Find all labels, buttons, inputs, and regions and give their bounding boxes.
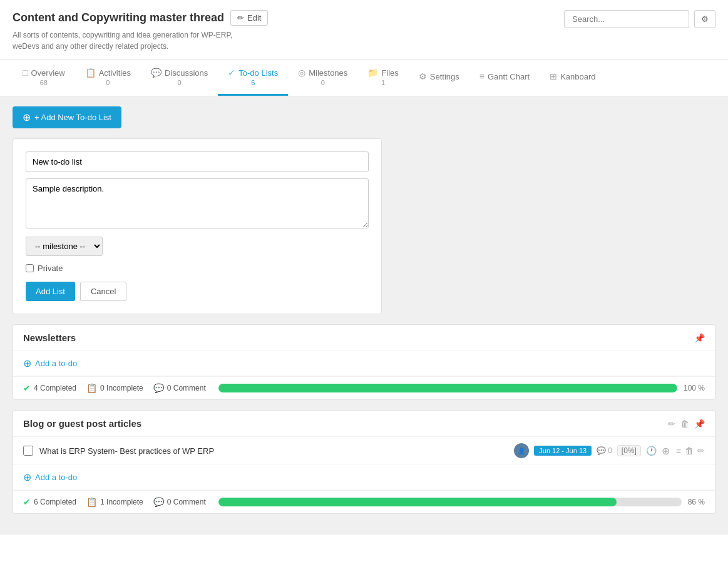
todo-progress-badge: [0%] (617, 445, 641, 456)
blog-progress-pct: 86 % (688, 498, 705, 506)
blog-incomplete-clipboard-icon: 📋 (86, 497, 97, 507)
tab-kanboard[interactable]: ⊞ Kanboard (540, 64, 605, 92)
blog-articles-section: Blog or guest post articles ✏ 🗑 📌 What i… (13, 410, 715, 514)
comment-stat: 💬 0 Comment (153, 383, 206, 393)
todo-delete-icon[interactable]: 🗑 (685, 446, 694, 456)
settings-icon: ⚙ (419, 71, 427, 81)
blog-articles-title: Blog or guest post articles (23, 418, 141, 429)
project-title: Content and Copywriting master thread (13, 11, 224, 24)
activities-icon: 📋 (85, 68, 96, 78)
plus-circle-icon: ⊕ (23, 111, 31, 123)
blog-articles-footer: ✔ 6 Completed 📋 1 Incomplete 💬 0 Comment (13, 490, 715, 513)
cancel-button[interactable]: Cancel (80, 282, 126, 301)
header-right: ⚙ (564, 10, 715, 28)
blog-incomplete-stat: 📋 1 Incomplete (86, 497, 143, 507)
todo-item-checkbox[interactable] (23, 446, 33, 456)
tab-todo-lists[interactable]: ✓ To-do Lists 6 (218, 60, 288, 96)
comment-bubble-icon: 💬 (153, 383, 164, 393)
tab-discussions[interactable]: 💬 Discussions 0 (141, 60, 218, 96)
nav-tabs: □ Overview 68 📋 Activities 0 💬 Discussio… (0, 60, 728, 96)
todo-comment-count: 💬 0 (597, 446, 612, 455)
todo-form-card: Sample description. -- milestone -- Priv… (13, 138, 382, 314)
blog-progress-bar-fill (218, 498, 617, 506)
todo-list-title-input[interactable] (26, 151, 369, 172)
search-input[interactable] (564, 10, 689, 28)
milestones-icon: ◎ (298, 68, 305, 78)
comment-icon-small: 💬 (597, 446, 606, 455)
todo-item-label: What is ERP System- Best practices of WP… (39, 446, 508, 456)
pin-icon[interactable]: 📌 (694, 333, 705, 343)
form-actions: Add List Cancel (26, 282, 369, 301)
kanboard-icon: ⊞ (550, 71, 557, 81)
edit-icon: ✏ (237, 13, 244, 23)
edit-button[interactable]: ✏ Edit (230, 10, 268, 26)
todo-menu-icon[interactable]: ≡ (676, 446, 681, 456)
settings-gear-button[interactable]: ⚙ (694, 10, 715, 28)
blog-completed-check-icon: ✔ (23, 497, 31, 507)
main-content: ⊕ + Add New To-do List Sample descriptio… (0, 96, 728, 535)
incomplete-stat: 📋 0 Incomplete (86, 383, 143, 393)
files-icon: 📁 (367, 68, 378, 78)
blog-articles-actions: ✏ 🗑 📌 (668, 419, 705, 429)
newsletters-footer: ✔ 4 Completed 📋 0 Incomplete 💬 0 Comment (13, 376, 715, 399)
discussions-icon: 💬 (151, 68, 161, 78)
add-circle-icon-2: ⊕ (23, 471, 31, 483)
pin-section-icon[interactable]: 📌 (694, 419, 705, 429)
newsletters-progress-bar-fill (218, 384, 677, 392)
newsletters-progress: 100 % (218, 384, 705, 392)
date-badge: Jun 12 - Jun 13 (534, 446, 592, 456)
blog-add-todo-link[interactable]: ⊕ Add a to-do (13, 465, 715, 490)
delete-section-icon[interactable]: 🗑 (680, 419, 689, 429)
todo-edit-icon[interactable]: ✏ (697, 446, 705, 456)
project-header: Content and Copywriting master thread ✏ … (0, 0, 728, 60)
add-list-button[interactable]: Add List (26, 282, 75, 301)
avatar: 👤 (514, 443, 529, 458)
newsletters-progress-pct: 100 % (684, 384, 705, 392)
blog-progress-bar-bg (218, 498, 682, 506)
newsletters-add-todo-link[interactable]: ⊕ Add a to-do (13, 351, 715, 376)
blog-articles-progress: 86 % (218, 498, 705, 506)
blog-comment-bubble-icon: 💬 (153, 497, 164, 507)
add-new-todo-list-button[interactable]: ⊕ + Add New To-do List (13, 106, 121, 128)
milestone-select[interactable]: -- milestone -- (26, 237, 103, 256)
project-description: All sorts of contents, copywriting and i… (13, 29, 268, 52)
tab-settings[interactable]: ⚙ Settings (409, 64, 469, 92)
add-icon[interactable]: ⊕ (662, 445, 670, 457)
todo-list-description-input[interactable]: Sample description. (26, 178, 369, 228)
tab-overview[interactable]: □ Overview 68 (13, 60, 75, 96)
newsletters-title: Newsletters (23, 332, 76, 343)
tab-milestones[interactable]: ◎ Milestones 0 (288, 60, 357, 96)
newsletters-progress-bar-bg (218, 384, 677, 392)
blog-completed-stat: ✔ 6 Completed (23, 497, 76, 507)
todo-item: What is ERP System- Best practices of WP… (13, 437, 715, 465)
todo-item-actions: ≡ 🗑 ✏ (676, 446, 705, 456)
todo-item-meta: 👤 Jun 12 - Jun 13 💬 0 [0%] 🕐 ⊕ (514, 443, 670, 458)
private-checkbox-row: Private (26, 264, 369, 273)
gear-icon: ⚙ (701, 14, 709, 24)
blog-articles-stats: ✔ 6 Completed 📋 1 Incomplete 💬 0 Comment (23, 497, 206, 507)
newsletters-actions: 📌 (694, 333, 705, 343)
private-label[interactable]: Private (38, 264, 63, 273)
add-circle-icon: ⊕ (23, 357, 31, 369)
tab-files[interactable]: 📁 Files 1 (357, 60, 408, 96)
clock-icon[interactable]: 🕐 (646, 446, 657, 456)
gantt-icon: ≡ (479, 71, 484, 81)
blog-comment-stat: 💬 0 Comment (153, 497, 206, 507)
completed-stat: ✔ 4 Completed (23, 383, 76, 393)
newsletters-section-header: Newsletters 📌 (13, 325, 715, 351)
completed-check-icon: ✔ (23, 383, 31, 393)
blog-articles-section-header: Blog or guest post articles ✏ 🗑 📌 (13, 411, 715, 437)
tab-activities[interactable]: 📋 Activities 0 (75, 60, 141, 96)
tab-gantt[interactable]: ≡ Gantt Chart (469, 64, 540, 92)
overview-icon: □ (23, 68, 28, 78)
edit-section-icon[interactable]: ✏ (668, 419, 675, 429)
newsletters-stats: ✔ 4 Completed 📋 0 Incomplete 💬 0 Comment (23, 383, 206, 393)
todo-icon: ✓ (228, 68, 235, 78)
newsletters-section: Newsletters 📌 ⊕ Add a to-do ✔ 4 Complete… (13, 324, 715, 400)
private-checkbox[interactable] (26, 264, 34, 272)
incomplete-clipboard-icon: 📋 (86, 383, 97, 393)
